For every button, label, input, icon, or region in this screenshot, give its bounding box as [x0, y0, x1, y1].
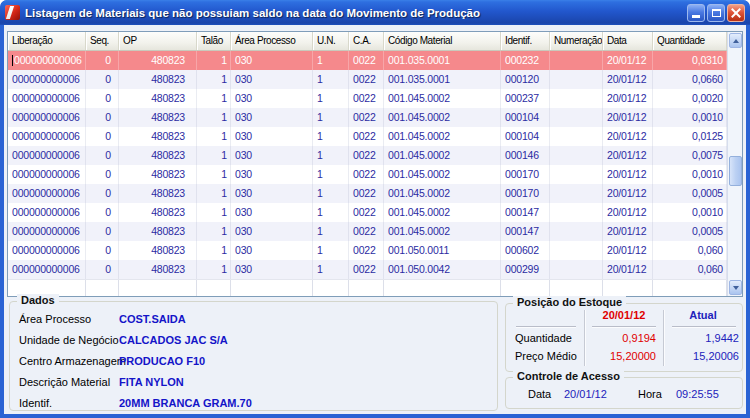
window-title: Listagem de Materiais que não possuiam s…: [25, 7, 687, 19]
scrollbar-down-button[interactable]: [729, 280, 742, 295]
table-cell: 1: [197, 89, 231, 108]
table-cell: [119, 280, 197, 297]
column-header-12[interactable]: Quantidade: [653, 32, 727, 50]
titlebar[interactable]: Listagem de Materiais que não possuiam s…: [0, 0, 750, 25]
table-cell: 000104: [501, 108, 550, 127]
table-cell: [384, 280, 501, 297]
table-cell: 1: [197, 127, 231, 146]
close-button[interactable]: [727, 4, 745, 22]
table-cell: 0: [86, 203, 119, 222]
table-cell: 0: [86, 165, 119, 184]
scrollbar-thumb[interactable]: [729, 156, 742, 186]
table-cell: 0,0010: [653, 108, 727, 127]
table-row[interactable]: 0000000000060480823103010022001.035.0001…: [8, 51, 742, 70]
table-cell: 20/01/12: [603, 51, 653, 70]
table-cell: 20/01/12: [603, 203, 653, 222]
table-cell: 000000000006: [8, 51, 86, 70]
table-cell: 000299: [501, 260, 550, 279]
table-cell: [313, 280, 349, 297]
divider: [663, 310, 664, 366]
column-header-8[interactable]: Código Material: [384, 32, 501, 50]
maximize-button[interactable]: [707, 4, 725, 22]
table-cell: [653, 280, 727, 297]
table-cell: 0,0005: [653, 184, 727, 203]
column-header-9[interactable]: Identif.: [501, 32, 550, 50]
table-row[interactable]: 0000000000060480823103010022001.050.0011…: [8, 241, 742, 260]
table-cell: 480823: [119, 70, 197, 89]
table-row[interactable]: 0000000000060480823103010022001.045.0002…: [8, 108, 742, 127]
field-value: PRODUCAO F10: [119, 355, 205, 367]
divider: [592, 326, 656, 327]
table-cell: [550, 260, 603, 279]
table-row[interactable]: 0000000000060480823103010022001.045.0002…: [8, 127, 742, 146]
materials-table: LiberaçãoSeq.OPTalãoÁrea ProcessoU.N.C.A…: [7, 31, 743, 297]
column-header-11[interactable]: Data: [603, 32, 653, 50]
controle-acesso-groupbox: Controle de Acesso Data 20/01/12 Hora 09…: [505, 377, 743, 409]
table-cell: 0: [86, 241, 119, 260]
table-cell: 1: [197, 51, 231, 70]
table-cell: 000000000006: [8, 222, 86, 241]
posicao-atual-header: Atual: [666, 309, 740, 321]
table-row[interactable]: 0000000000060480823103010022001.045.0002…: [8, 184, 742, 203]
table-cell: [550, 127, 603, 146]
table-cell: 0: [86, 51, 119, 70]
table-cell: 20/01/12: [603, 146, 653, 165]
minimize-button[interactable]: [687, 4, 705, 22]
column-header-2[interactable]: Seq.: [86, 32, 119, 50]
column-header-5[interactable]: Área Processo: [231, 32, 313, 50]
table-cell: [603, 280, 653, 297]
table-cell: 030: [231, 241, 313, 260]
table-cell: 0,060: [653, 260, 727, 279]
table-row[interactable]: 0000000000060480823103010022001.045.0002…: [8, 146, 742, 165]
chevron-up-icon: [733, 39, 739, 43]
table-cell: 480823: [119, 108, 197, 127]
table-row[interactable]: 0000000000060480823103010022001.045.0002…: [8, 89, 742, 108]
vertical-scrollbar[interactable]: [727, 32, 742, 296]
table-row[interactable]: 0000000000060480823103010022001.045.0002…: [8, 222, 742, 241]
table-row[interactable]: 0000000000060480823103010022001.035.0001…: [8, 70, 742, 89]
posicao-estoque-title: Posição do Estoque: [513, 296, 626, 308]
table-cell: 000000000006: [8, 260, 86, 279]
column-header-4[interactable]: Talão: [197, 32, 231, 50]
table-cell: 0,0310: [653, 51, 727, 70]
table-cell: 20/01/12: [603, 108, 653, 127]
table-row[interactable]: 0000000000060480823103010022001.045.0002…: [8, 203, 742, 222]
table-cell: 030: [231, 108, 313, 127]
table-cell: 000000000006: [8, 241, 86, 260]
table-cell: [231, 280, 313, 297]
table-cell: [550, 241, 603, 260]
table-header-row: LiberaçãoSeq.OPTalãoÁrea ProcessoU.N.C.A…: [8, 32, 742, 51]
table-cell: 030: [231, 51, 313, 70]
table-cell: 0022: [349, 222, 384, 241]
table-cell: 0022: [349, 203, 384, 222]
table-row[interactable]: 0000000000060480823103010022001.050.0042…: [8, 260, 742, 279]
table-row[interactable]: 0000000000060480823103010022001.045.0002…: [8, 165, 742, 184]
table-cell: 0,0660: [653, 70, 727, 89]
table-cell: [349, 280, 384, 297]
scrollbar-up-button[interactable]: [729, 33, 742, 48]
table-cell: 001.045.0002: [384, 222, 501, 241]
dados-field-unidade-negocio: Unidade de Negócio CALCADOS JAC S/A: [19, 334, 489, 350]
table-cell: 001.050.0011: [384, 241, 501, 260]
table-cell: 480823: [119, 260, 197, 279]
table-cell: 480823: [119, 184, 197, 203]
column-header-1[interactable]: Liberação: [8, 32, 86, 50]
field-label: Área Processo: [19, 313, 91, 325]
posicao-preco-medio-atual: 15,20006: [672, 350, 739, 362]
table-cell: 0: [86, 260, 119, 279]
table-cell: 1: [313, 184, 349, 203]
table-cell: [550, 280, 603, 297]
minimize-icon: [692, 15, 700, 18]
table-cell: 030: [231, 165, 313, 184]
table-cell: [550, 146, 603, 165]
table-cell: 030: [231, 184, 313, 203]
column-header-3[interactable]: OP: [119, 32, 197, 50]
table-cell: 0: [86, 222, 119, 241]
field-label: Centro Armazenagem: [19, 355, 126, 367]
column-header-10[interactable]: Numeração: [550, 32, 603, 50]
table-cell: 000147: [501, 203, 550, 222]
dados-field-identif: Identif. 20MM BRANCA GRAM.70: [19, 397, 489, 413]
column-header-6[interactable]: U.N.: [313, 32, 349, 50]
column-header-7[interactable]: C.A.: [349, 32, 384, 50]
table-cell: 0,0125: [653, 127, 727, 146]
